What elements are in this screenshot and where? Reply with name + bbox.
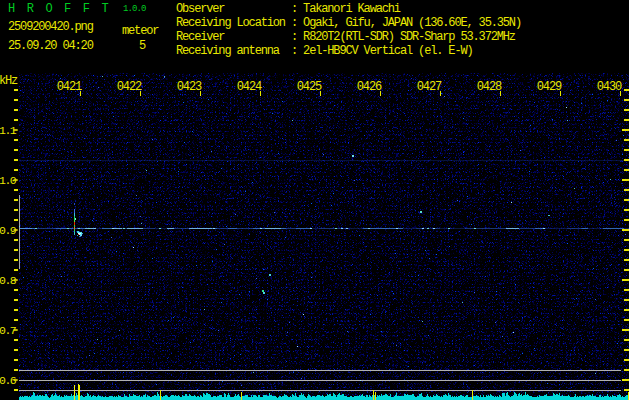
svg-text:: 2el-HB9CV Vertical (el. E-W): : 2el-HB9CV Vertical (el. E-W) xyxy=(291,44,473,58)
svg-text:HROFFT: HROFFT xyxy=(8,2,120,16)
svg-text:0421: 0421 xyxy=(57,80,82,94)
svg-text:0423: 0423 xyxy=(177,80,202,94)
svg-text:0429: 0429 xyxy=(537,80,562,94)
svg-text:0422: 0422 xyxy=(117,80,142,94)
svg-text:0.7: 0.7 xyxy=(0,324,16,337)
svg-text:0427: 0427 xyxy=(417,80,442,94)
svg-text:0430: 0430 xyxy=(597,80,622,94)
svg-text:0425: 0425 xyxy=(297,80,322,94)
svg-text:5: 5 xyxy=(139,39,146,53)
svg-text:2509200420.png: 2509200420.png xyxy=(8,20,94,34)
svg-text:kHz: kHz xyxy=(0,74,18,88)
svg-text:: R820T2(RTL-SDR) SDR-Sharp 53: : R820T2(RTL-SDR) SDR-Sharp 53.372MHz xyxy=(291,30,516,44)
svg-text:Observer: Observer xyxy=(176,2,225,16)
svg-text:0426: 0426 xyxy=(357,80,382,94)
svg-text:1.0.0: 1.0.0 xyxy=(123,4,146,14)
svg-text:: Takanori Kawachi: : Takanori Kawachi xyxy=(291,2,401,16)
svg-text:0428: 0428 xyxy=(477,80,502,94)
svg-text:meteor: meteor xyxy=(122,24,159,38)
svg-text:Receiving antenna: Receiving antenna xyxy=(176,44,280,58)
svg-text:: Ogaki, Gifu, JAPAN (136.60E,: : Ogaki, Gifu, JAPAN (136.60E, 35.35N) xyxy=(291,16,521,30)
svg-text:Receiving Location: Receiving Location xyxy=(176,16,286,30)
svg-text:0424: 0424 xyxy=(237,80,262,94)
svg-text:25.09.20 04:20: 25.09.20 04:20 xyxy=(8,39,94,53)
svg-text:Receiver: Receiver xyxy=(176,30,225,44)
